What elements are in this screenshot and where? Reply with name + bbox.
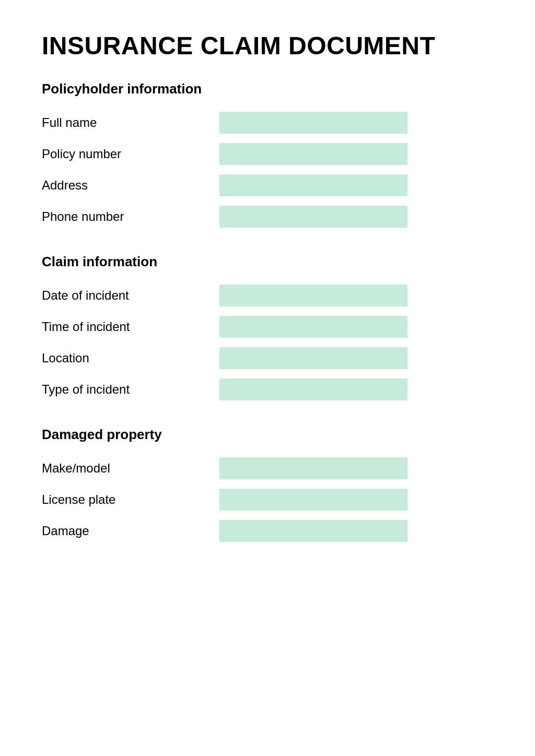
heading-claim: Claim information: [42, 254, 493, 270]
form-row-address: Address: [42, 174, 493, 196]
input-date-of-incident[interactable]: [219, 285, 408, 306]
input-time-of-incident[interactable]: [219, 316, 408, 338]
label-phone-number: Phone number: [42, 209, 219, 224]
input-license-plate[interactable]: [219, 489, 408, 511]
form-row-full-name: Full name: [42, 112, 493, 134]
form-row-policy-number: Policy number: [42, 143, 493, 165]
label-full-name: Full name: [42, 115, 219, 130]
input-make-model[interactable]: [219, 457, 408, 479]
label-address: Address: [42, 178, 219, 193]
form-row-location: Location: [42, 347, 493, 369]
label-damage: Damage: [42, 524, 219, 538]
form-row-type-of-incident: Type of incident: [42, 379, 493, 400]
form-row-license-plate: License plate: [42, 489, 493, 511]
label-make-model: Make/model: [42, 461, 219, 476]
section-policyholder: Policyholder informationFull namePolicy …: [42, 81, 493, 228]
form-row-damage: Damage: [42, 520, 493, 542]
input-phone-number[interactable]: [219, 206, 408, 228]
heading-damaged-property: Damaged property: [42, 427, 493, 443]
page-title: INSURANCE CLAIM DOCUMENT: [42, 31, 493, 60]
label-license-plate: License plate: [42, 492, 219, 507]
input-damage[interactable]: [219, 520, 408, 542]
input-full-name[interactable]: [219, 112, 408, 134]
label-location: Location: [42, 351, 219, 365]
label-type-of-incident: Type of incident: [42, 382, 219, 397]
form-row-date-of-incident: Date of incident: [42, 285, 493, 306]
input-address[interactable]: [219, 174, 408, 196]
input-policy-number[interactable]: [219, 143, 408, 165]
form-row-phone-number: Phone number: [42, 206, 493, 228]
heading-policyholder: Policyholder information: [42, 81, 493, 97]
input-type-of-incident[interactable]: [219, 379, 408, 400]
form-row-time-of-incident: Time of incident: [42, 316, 493, 338]
label-date-of-incident: Date of incident: [42, 288, 219, 303]
label-policy-number: Policy number: [42, 147, 219, 161]
section-damaged-property: Damaged propertyMake/modelLicense plateD…: [42, 427, 493, 542]
input-location[interactable]: [219, 347, 408, 369]
section-claim: Claim informationDate of incidentTime of…: [42, 254, 493, 400]
label-time-of-incident: Time of incident: [42, 320, 219, 334]
form-row-make-model: Make/model: [42, 457, 493, 479]
